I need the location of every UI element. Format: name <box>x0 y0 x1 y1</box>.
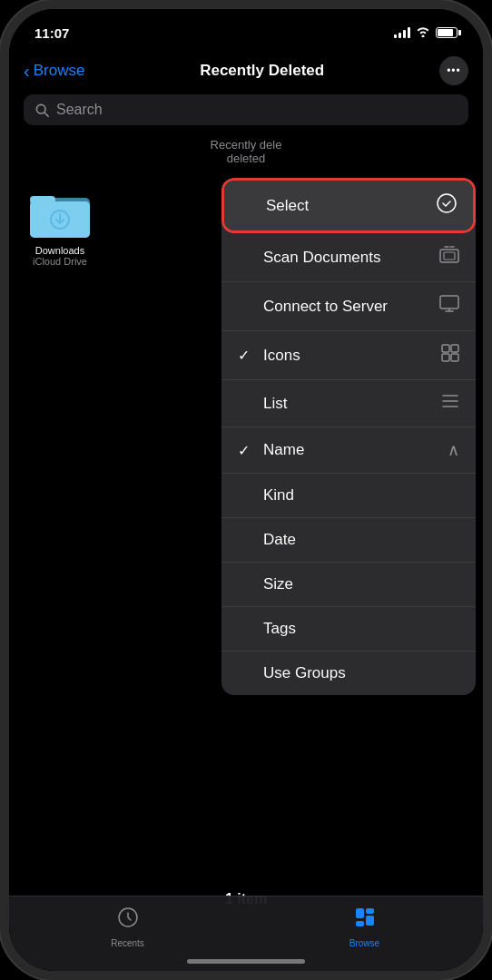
menu-item-name[interactable]: ✓ Name ∧ <box>221 427 476 474</box>
search-placeholder: Search <box>56 102 103 118</box>
menu-item-select[interactable]: ✓ Select <box>224 181 473 230</box>
menu-item-connect-to-server[interactable]: ✓ Connect to Server <box>221 282 476 331</box>
svg-rect-19 <box>366 908 374 914</box>
status-time: 11:07 <box>34 25 69 41</box>
battery-icon <box>436 27 458 38</box>
svg-rect-21 <box>356 921 364 926</box>
home-indicator <box>187 959 305 964</box>
tab-recents-label: Recents <box>111 938 144 948</box>
svg-line-1 <box>44 113 48 116</box>
list-icon <box>441 393 459 414</box>
main-content: Recently dele deleted <box>9 131 483 971</box>
menu-item-icons[interactable]: ✓ Icons <box>221 331 476 380</box>
back-button[interactable]: ‹ Browse <box>24 61 84 82</box>
menu-item-kind[interactable]: ✓ Kind <box>221 474 476 518</box>
search-bar: Search <box>9 89 483 131</box>
svg-rect-11 <box>451 345 458 352</box>
chevron-left-icon: ‹ <box>24 61 30 82</box>
context-menu: ✓ Select <box>221 178 476 695</box>
svg-rect-13 <box>451 354 458 361</box>
svg-rect-20 <box>366 916 374 926</box>
tab-browse[interactable]: Browse <box>246 906 483 948</box>
browse-icon <box>353 906 377 935</box>
recents-icon <box>116 906 140 935</box>
menu-item-size[interactable]: ✓ Size <box>221 563 476 607</box>
svg-rect-12 <box>442 354 449 361</box>
menu-item-list[interactable]: ✓ List <box>221 380 476 427</box>
search-field[interactable]: Search <box>24 94 468 125</box>
scan-icon <box>439 246 459 269</box>
svg-rect-18 <box>356 908 364 918</box>
tab-browse-label: Browse <box>349 938 379 948</box>
wifi-icon <box>416 25 430 40</box>
phone-screen: 11:07 <box>9 9 483 971</box>
svg-point-6 <box>438 194 456 212</box>
svg-rect-8 <box>444 252 455 260</box>
folder-item[interactable]: Downloads iCloud Drive <box>24 187 96 267</box>
chevron-up-icon: ∧ <box>448 440 459 460</box>
svg-rect-10 <box>442 345 449 352</box>
select-checkmark-icon <box>437 193 457 218</box>
search-icon <box>34 103 49 117</box>
tab-recents[interactable]: Recents <box>9 906 246 948</box>
ellipsis-icon: ••• <box>447 64 461 77</box>
menu-item-scan-documents[interactable]: ✓ Scan Documents <box>221 233 476 282</box>
nav-bar: ‹ Browse Recently Deleted ••• <box>9 49 483 89</box>
page-title: Recently Deleted <box>200 62 324 80</box>
svg-rect-7 <box>440 250 458 262</box>
more-button[interactable]: ••• <box>439 56 468 85</box>
phone-frame: 11:07 <box>0 0 492 980</box>
svg-point-0 <box>36 104 45 113</box>
menu-item-date[interactable]: ✓ Date <box>221 518 476 563</box>
signal-bars-icon <box>394 27 410 38</box>
folder-sub: iCloud Drive <box>33 256 87 267</box>
monitor-icon <box>439 295 459 318</box>
menu-item-tags[interactable]: ✓ Tags <box>221 607 476 652</box>
notch <box>173 9 319 36</box>
menu-item-use-groups[interactable]: ✓ Use Groups <box>221 652 476 695</box>
grid-icon <box>441 344 459 367</box>
recently-deleted-sublabel: Recently dele deleted <box>9 131 483 169</box>
status-icons <box>394 25 458 40</box>
select-highlight: ✓ Select <box>221 178 476 233</box>
screen-content: 11:07 <box>9 9 483 971</box>
folder-name: Downloads <box>35 245 84 256</box>
folder-icon <box>28 187 92 240</box>
svg-rect-9 <box>440 296 458 309</box>
